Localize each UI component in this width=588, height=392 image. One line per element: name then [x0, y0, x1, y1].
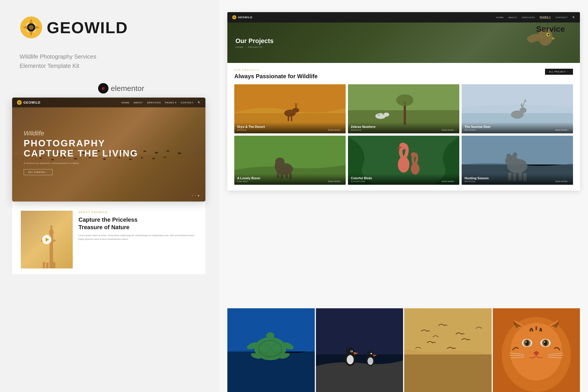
- youtube-icon[interactable]: ▶: [198, 194, 200, 197]
- projects-section-title: Always Passionate for Wildlife: [234, 73, 318, 80]
- card-title-5: Hunting Season: [465, 176, 570, 180]
- svg-rect-48: [291, 115, 292, 121]
- about-title: Capture the Priceless Treasure of Nature: [78, 216, 197, 231]
- card-overlay-5: Hunting Season ARIZONA READ MORE →: [462, 173, 573, 185]
- nav-contact: CONTACT: [181, 101, 194, 104]
- svg-rect-37: [53, 262, 55, 268]
- hero-title-line1: PHOTOGRAPHY: [24, 138, 194, 148]
- elementor-logo-icon: e: [98, 83, 108, 94]
- card-readmore-3[interactable]: READ MORE →: [328, 180, 343, 182]
- proj-nav-pages: PAGES: [540, 16, 551, 19]
- hero-cta-button[interactable]: GET STARTED →: [24, 169, 53, 175]
- about-image: [21, 211, 73, 268]
- card-overlay-1: Zebras Nowhere AMAZON READ MORE →: [348, 122, 459, 133]
- card-title-1: Zebras Nowhere: [351, 125, 456, 128]
- play-button[interactable]: [42, 235, 51, 244]
- hero-italic: Wildlife: [24, 130, 194, 137]
- project-card-2[interactable]: The Sunrise Deer ARIZONA READ MORE →: [462, 84, 573, 133]
- project-card-3[interactable]: A Lonely Bison FINLAND READ MORE →: [234, 136, 346, 185]
- card-location-5: ARIZONA: [465, 180, 475, 182]
- about-body: Lorem ipsum dolor sit amet, consectetur …: [78, 234, 197, 241]
- card-meta-5: ARIZONA READ MORE →: [465, 180, 570, 182]
- svg-point-101: [347, 355, 353, 364]
- svg-rect-38: [43, 262, 45, 268]
- svg-rect-47: [288, 115, 289, 121]
- projects-navbar: GEOWILD HOME ABOUT SERVICES PAGES CONTAC…: [227, 12, 580, 23]
- card-meta-2: ARIZONA READ MORE →: [465, 129, 570, 131]
- card-meta-0: AFRICA READ MORE →: [237, 129, 343, 131]
- card-title-2: The Sunrise Deer: [465, 125, 570, 128]
- card-location-0: AFRICA: [237, 129, 246, 131]
- left-panel: GEOWILD Wildlife Photography Services El…: [0, 0, 219, 392]
- project-card-1[interactable]: Zebras Nowhere AMAZON READ MORE →: [348, 84, 459, 133]
- svg-point-78: [506, 154, 511, 158]
- geowild-logo-icon: [20, 16, 43, 39]
- card-readmore-1[interactable]: READ MORE →: [442, 129, 456, 131]
- preview-logo-text: GEOWILD: [23, 101, 41, 104]
- right-panel: Service GEOWILD HOME ABOUT SERVICES PAGE…: [219, 0, 588, 392]
- svg-point-104: [370, 353, 372, 354]
- nav-home: HOME: [121, 101, 130, 104]
- card-location-3: FINLAND: [237, 180, 248, 182]
- hero-social-links: f t ▶: [192, 194, 200, 197]
- projects-logo: GEOWILD: [232, 15, 252, 20]
- projects-logo-text: GEOWILD: [238, 16, 252, 19]
- preview-nav-links: HOME ABOUT SERVICES PAGES ▾ CONTACT 🔍: [121, 101, 201, 104]
- proj-nav-home: HOME: [496, 16, 504, 19]
- card-meta-3: FINLAND READ MORE →: [237, 180, 343, 182]
- card-meta-4: SINGAPORE READ MORE →: [351, 180, 456, 182]
- svg-point-3: [29, 25, 33, 30]
- proj-nav-about: ABOUT: [508, 16, 517, 19]
- preview-logo-icon: [17, 100, 22, 105]
- card-overlay-2: The Sunrise Deer ARIZONA READ MORE →: [462, 122, 573, 133]
- svg-point-43: [548, 34, 549, 36]
- project-card-4[interactable]: Colorful Birds SINGAPORE READ MORE →: [348, 136, 459, 185]
- projects-content-header: OUR PROJECTS Always Passionate for Wildl…: [234, 69, 573, 80]
- card-readmore-4[interactable]: READ MORE →: [442, 180, 456, 182]
- preview-logo: GEOWILD: [17, 100, 41, 105]
- preview-navbar: GEOWILD HOME ABOUT SERVICES PAGES ▾ CONT…: [12, 98, 205, 107]
- card-readmore-0[interactable]: READ MORE →: [328, 129, 343, 131]
- hero-title-line2: CAPTURE THE LIVING: [24, 148, 194, 158]
- svg-point-100: [351, 351, 352, 352]
- about-label: ABOUT GEOWILD: [78, 211, 197, 214]
- proj-nav-services: SERVICES: [522, 16, 535, 19]
- projects-grid: Oryx & The Desert AFRICA READ MORE →: [234, 84, 573, 185]
- project-card-0[interactable]: Oryx & The Desert AFRICA READ MORE →: [234, 84, 346, 133]
- nav-about: ABOUT: [134, 101, 143, 104]
- svg-point-68: [275, 158, 284, 166]
- svg-rect-36: [50, 263, 52, 268]
- card-overlay-0: Oryx & The Desert AFRICA READ MORE →: [234, 122, 346, 133]
- logo-text: GEOWILD: [47, 18, 128, 37]
- subtitle-line1: Wildlife Photography Services: [20, 52, 96, 61]
- service-badge-text: Service: [536, 25, 565, 33]
- all-projects-button[interactable]: ALL PROJECT →: [545, 69, 573, 75]
- svg-point-115: [525, 340, 529, 346]
- nav-search-icon: 🔍: [198, 101, 201, 104]
- subtitle-area: Wildlife Photography Services Elementor …: [20, 52, 96, 70]
- projects-section-info: OUR PROJECTS Always Passionate for Wildl…: [234, 69, 318, 80]
- twitter-icon[interactable]: t: [195, 194, 196, 197]
- logo-area: GEOWILD: [20, 16, 128, 39]
- preview-hero: Wildlife PHOTOGRAPHY CAPTURE THE LIVING …: [12, 98, 205, 201]
- svg-rect-107: [404, 354, 492, 392]
- card-overlay-3: A Lonely Bison FINLAND READ MORE →: [234, 173, 346, 185]
- svg-point-79: [513, 152, 517, 157]
- facebook-icon[interactable]: f: [192, 194, 193, 197]
- nav-pages: PAGES ▾: [165, 101, 177, 104]
- svg-point-49: [292, 108, 299, 113]
- proj-nav-contact: CONTACT: [555, 16, 568, 19]
- gallery-cell-turtle: [227, 308, 315, 392]
- about-content: ABOUT GEOWILD Capture the Priceless Trea…: [78, 211, 197, 268]
- card-meta-1: AMAZON READ MORE →: [351, 129, 456, 131]
- card-title-3: A Lonely Bison: [237, 176, 343, 180]
- card-readmore-5[interactable]: READ MORE →: [555, 180, 570, 182]
- project-card-5[interactable]: Hunting Season ARIZONA READ MORE →: [462, 136, 573, 185]
- card-readmore-2[interactable]: READ MORE →: [555, 129, 570, 131]
- elementor-badge: e elementor: [98, 83, 144, 94]
- card-overlay-4: Colorful Birds SINGAPORE READ MORE →: [348, 173, 459, 185]
- svg-point-53: [396, 94, 413, 106]
- svg-point-5: [18, 101, 21, 104]
- svg-point-71: [399, 143, 406, 150]
- elementor-label: elementor: [111, 84, 144, 93]
